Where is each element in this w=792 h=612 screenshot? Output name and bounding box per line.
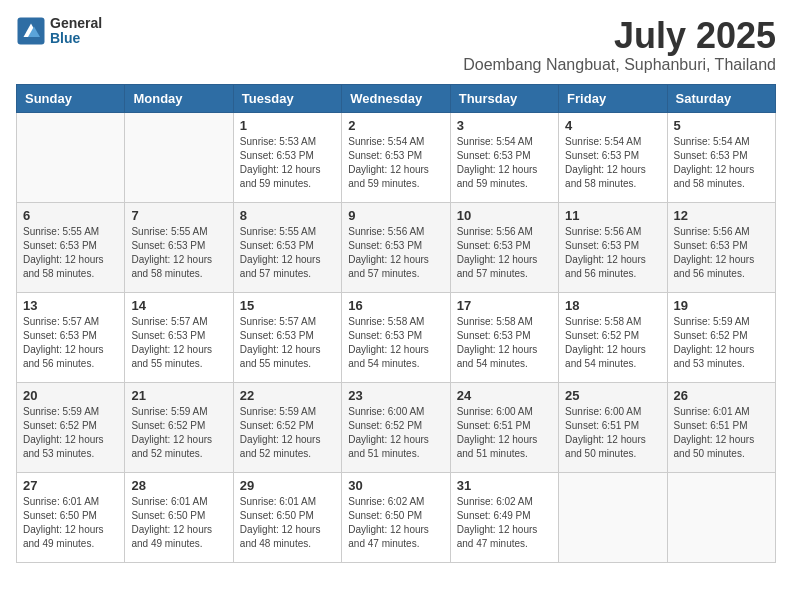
calendar-header-thursday: Thursday xyxy=(450,84,558,112)
day-info: Sunrise: 6:02 AM Sunset: 6:49 PM Dayligh… xyxy=(457,495,552,551)
day-info: Sunrise: 5:55 AM Sunset: 6:53 PM Dayligh… xyxy=(131,225,226,281)
logo-text: General Blue xyxy=(50,16,102,47)
calendar-cell: 21Sunrise: 5:59 AM Sunset: 6:52 PM Dayli… xyxy=(125,382,233,472)
day-info: Sunrise: 5:53 AM Sunset: 6:53 PM Dayligh… xyxy=(240,135,335,191)
day-number: 19 xyxy=(674,298,769,313)
calendar-cell xyxy=(667,472,775,562)
day-info: Sunrise: 5:59 AM Sunset: 6:52 PM Dayligh… xyxy=(23,405,118,461)
calendar-week-row: 27Sunrise: 6:01 AM Sunset: 6:50 PM Dayli… xyxy=(17,472,776,562)
calendar-cell: 12Sunrise: 5:56 AM Sunset: 6:53 PM Dayli… xyxy=(667,202,775,292)
calendar-cell: 2Sunrise: 5:54 AM Sunset: 6:53 PM Daylig… xyxy=(342,112,450,202)
day-info: Sunrise: 5:54 AM Sunset: 6:53 PM Dayligh… xyxy=(565,135,660,191)
day-number: 27 xyxy=(23,478,118,493)
day-number: 24 xyxy=(457,388,552,403)
calendar-cell: 13Sunrise: 5:57 AM Sunset: 6:53 PM Dayli… xyxy=(17,292,125,382)
calendar-cell: 4Sunrise: 5:54 AM Sunset: 6:53 PM Daylig… xyxy=(559,112,667,202)
day-number: 12 xyxy=(674,208,769,223)
day-info: Sunrise: 5:56 AM Sunset: 6:53 PM Dayligh… xyxy=(457,225,552,281)
page-header: General Blue July 2025 Doembang Nangbuat… xyxy=(16,16,776,74)
calendar-cell xyxy=(17,112,125,202)
day-info: Sunrise: 6:00 AM Sunset: 6:52 PM Dayligh… xyxy=(348,405,443,461)
calendar-table: SundayMondayTuesdayWednesdayThursdayFrid… xyxy=(16,84,776,563)
day-number: 4 xyxy=(565,118,660,133)
calendar-header-friday: Friday xyxy=(559,84,667,112)
calendar-cell: 18Sunrise: 5:58 AM Sunset: 6:52 PM Dayli… xyxy=(559,292,667,382)
calendar-cell: 1Sunrise: 5:53 AM Sunset: 6:53 PM Daylig… xyxy=(233,112,341,202)
calendar-cell: 25Sunrise: 6:00 AM Sunset: 6:51 PM Dayli… xyxy=(559,382,667,472)
calendar-cell: 19Sunrise: 5:59 AM Sunset: 6:52 PM Dayli… xyxy=(667,292,775,382)
day-info: Sunrise: 5:57 AM Sunset: 6:53 PM Dayligh… xyxy=(240,315,335,371)
day-number: 21 xyxy=(131,388,226,403)
day-info: Sunrise: 6:02 AM Sunset: 6:50 PM Dayligh… xyxy=(348,495,443,551)
calendar-header-tuesday: Tuesday xyxy=(233,84,341,112)
day-info: Sunrise: 5:58 AM Sunset: 6:53 PM Dayligh… xyxy=(457,315,552,371)
day-number: 18 xyxy=(565,298,660,313)
day-number: 7 xyxy=(131,208,226,223)
calendar-cell: 29Sunrise: 6:01 AM Sunset: 6:50 PM Dayli… xyxy=(233,472,341,562)
day-number: 25 xyxy=(565,388,660,403)
calendar-cell: 10Sunrise: 5:56 AM Sunset: 6:53 PM Dayli… xyxy=(450,202,558,292)
day-info: Sunrise: 6:00 AM Sunset: 6:51 PM Dayligh… xyxy=(457,405,552,461)
location-title: Doembang Nangbuat, Suphanburi, Thailand xyxy=(463,56,776,74)
calendar-cell: 26Sunrise: 6:01 AM Sunset: 6:51 PM Dayli… xyxy=(667,382,775,472)
day-info: Sunrise: 5:56 AM Sunset: 6:53 PM Dayligh… xyxy=(674,225,769,281)
day-number: 26 xyxy=(674,388,769,403)
day-number: 11 xyxy=(565,208,660,223)
day-number: 22 xyxy=(240,388,335,403)
day-info: Sunrise: 6:01 AM Sunset: 6:50 PM Dayligh… xyxy=(240,495,335,551)
day-info: Sunrise: 5:59 AM Sunset: 6:52 PM Dayligh… xyxy=(131,405,226,461)
day-number: 17 xyxy=(457,298,552,313)
calendar-cell: 8Sunrise: 5:55 AM Sunset: 6:53 PM Daylig… xyxy=(233,202,341,292)
day-number: 29 xyxy=(240,478,335,493)
calendar-cell: 3Sunrise: 5:54 AM Sunset: 6:53 PM Daylig… xyxy=(450,112,558,202)
calendar-cell: 7Sunrise: 5:55 AM Sunset: 6:53 PM Daylig… xyxy=(125,202,233,292)
day-info: Sunrise: 5:55 AM Sunset: 6:53 PM Dayligh… xyxy=(240,225,335,281)
day-number: 2 xyxy=(348,118,443,133)
day-info: Sunrise: 5:57 AM Sunset: 6:53 PM Dayligh… xyxy=(131,315,226,371)
calendar-week-row: 13Sunrise: 5:57 AM Sunset: 6:53 PM Dayli… xyxy=(17,292,776,382)
day-info: Sunrise: 5:57 AM Sunset: 6:53 PM Dayligh… xyxy=(23,315,118,371)
day-info: Sunrise: 5:59 AM Sunset: 6:52 PM Dayligh… xyxy=(674,315,769,371)
calendar-header-monday: Monday xyxy=(125,84,233,112)
day-number: 23 xyxy=(348,388,443,403)
day-info: Sunrise: 5:54 AM Sunset: 6:53 PM Dayligh… xyxy=(674,135,769,191)
calendar-cell: 23Sunrise: 6:00 AM Sunset: 6:52 PM Dayli… xyxy=(342,382,450,472)
day-number: 10 xyxy=(457,208,552,223)
day-info: Sunrise: 5:55 AM Sunset: 6:53 PM Dayligh… xyxy=(23,225,118,281)
calendar-cell: 15Sunrise: 5:57 AM Sunset: 6:53 PM Dayli… xyxy=(233,292,341,382)
calendar-cell: 5Sunrise: 5:54 AM Sunset: 6:53 PM Daylig… xyxy=(667,112,775,202)
calendar-cell: 14Sunrise: 5:57 AM Sunset: 6:53 PM Dayli… xyxy=(125,292,233,382)
day-number: 28 xyxy=(131,478,226,493)
calendar-cell: 24Sunrise: 6:00 AM Sunset: 6:51 PM Dayli… xyxy=(450,382,558,472)
day-number: 9 xyxy=(348,208,443,223)
day-info: Sunrise: 5:58 AM Sunset: 6:53 PM Dayligh… xyxy=(348,315,443,371)
calendar-cell: 30Sunrise: 6:02 AM Sunset: 6:50 PM Dayli… xyxy=(342,472,450,562)
day-info: Sunrise: 5:59 AM Sunset: 6:52 PM Dayligh… xyxy=(240,405,335,461)
day-info: Sunrise: 6:01 AM Sunset: 6:50 PM Dayligh… xyxy=(131,495,226,551)
day-number: 15 xyxy=(240,298,335,313)
day-info: Sunrise: 6:01 AM Sunset: 6:51 PM Dayligh… xyxy=(674,405,769,461)
calendar-cell: 31Sunrise: 6:02 AM Sunset: 6:49 PM Dayli… xyxy=(450,472,558,562)
logo-blue: Blue xyxy=(50,31,102,46)
day-number: 20 xyxy=(23,388,118,403)
day-info: Sunrise: 5:56 AM Sunset: 6:53 PM Dayligh… xyxy=(348,225,443,281)
calendar-week-row: 1Sunrise: 5:53 AM Sunset: 6:53 PM Daylig… xyxy=(17,112,776,202)
day-number: 30 xyxy=(348,478,443,493)
logo: General Blue xyxy=(16,16,102,47)
calendar-cell xyxy=(559,472,667,562)
calendar-cell xyxy=(125,112,233,202)
logo-general: General xyxy=(50,16,102,31)
calendar-cell: 11Sunrise: 5:56 AM Sunset: 6:53 PM Dayli… xyxy=(559,202,667,292)
day-number: 13 xyxy=(23,298,118,313)
day-info: Sunrise: 5:54 AM Sunset: 6:53 PM Dayligh… xyxy=(348,135,443,191)
calendar-cell: 28Sunrise: 6:01 AM Sunset: 6:50 PM Dayli… xyxy=(125,472,233,562)
day-number: 14 xyxy=(131,298,226,313)
day-info: Sunrise: 5:56 AM Sunset: 6:53 PM Dayligh… xyxy=(565,225,660,281)
day-number: 1 xyxy=(240,118,335,133)
month-title: July 2025 xyxy=(463,16,776,56)
title-section: July 2025 Doembang Nangbuat, Suphanburi,… xyxy=(463,16,776,74)
day-info: Sunrise: 6:01 AM Sunset: 6:50 PM Dayligh… xyxy=(23,495,118,551)
calendar-cell: 17Sunrise: 5:58 AM Sunset: 6:53 PM Dayli… xyxy=(450,292,558,382)
day-info: Sunrise: 5:58 AM Sunset: 6:52 PM Dayligh… xyxy=(565,315,660,371)
day-info: Sunrise: 5:54 AM Sunset: 6:53 PM Dayligh… xyxy=(457,135,552,191)
